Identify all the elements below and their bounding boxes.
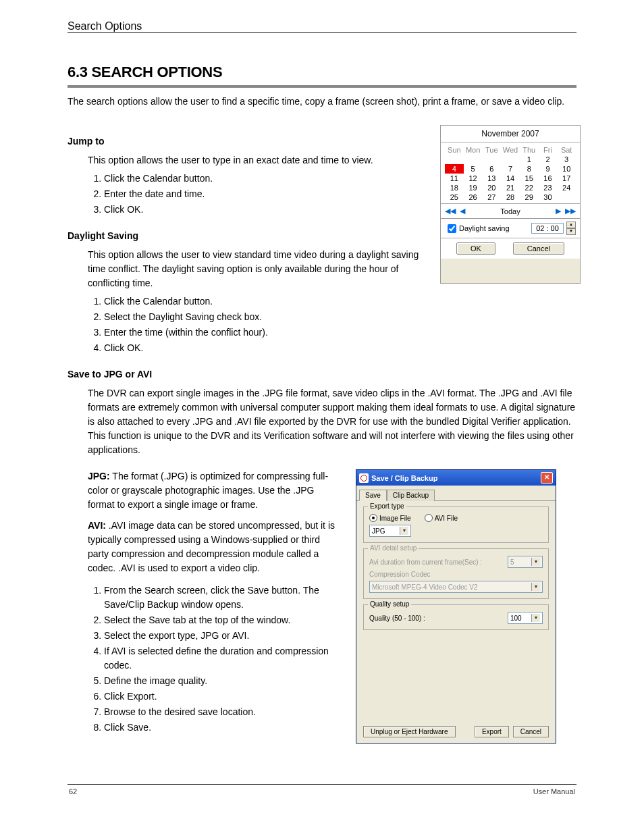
- quality-fieldset: Quality setup Quality (50 - 100) : 100 ▼: [363, 604, 549, 630]
- calendar-day[interactable]: 1: [520, 155, 539, 164]
- codec-value: Microsoft MPEG-4 Video Codec V2: [372, 583, 478, 591]
- chevron-down-icon: ▼: [531, 558, 540, 566]
- save-body: The DVR can export single images in the …: [88, 386, 576, 457]
- next-month-icon[interactable]: ▶: [556, 207, 561, 215]
- calendar-day[interactable]: 21: [501, 183, 520, 192]
- dialog-title: Save / Clip Backup: [371, 474, 437, 482]
- calendar-day[interactable]: 27: [482, 192, 501, 202]
- calendar-day[interactable]: 17: [557, 174, 576, 183]
- footer-text: User Manual: [533, 787, 575, 796]
- tab-clip-backup[interactable]: Clip Backup: [387, 490, 435, 501]
- image-file-label: Image File: [379, 515, 411, 522]
- daylight-body: This option allows the user to view stan…: [88, 248, 427, 290]
- avi-label: AVI:: [88, 520, 106, 531]
- calendar-day[interactable]: 22: [520, 183, 539, 192]
- calendar-day[interactable]: 15: [520, 174, 539, 183]
- time-up-icon[interactable]: ▲: [566, 221, 576, 228]
- calendar-nav: ◀◀ ◀ Today ▶ ▶▶: [441, 204, 580, 219]
- calendar-day[interactable]: 24: [557, 183, 576, 192]
- export-type-legend: Export type: [368, 502, 406, 510]
- calendar-day[interactable]: 20: [482, 183, 501, 192]
- calendar-day[interactable]: 14: [501, 174, 520, 183]
- avi-desc: .AVI image data can be stored uncompress…: [88, 520, 335, 573]
- calendar-day[interactable]: 5: [464, 164, 483, 174]
- day-header: Sat: [557, 145, 576, 155]
- step: Enter the time (within the conflict hour…: [104, 325, 576, 340]
- calendar-day[interactable]: 23: [539, 183, 558, 192]
- quality-legend: Quality setup: [368, 600, 411, 608]
- calendar-day[interactable]: 8: [520, 164, 539, 174]
- avi-file-radio[interactable]: AVI File: [425, 514, 458, 522]
- calendar-day[interactable]: 26: [464, 192, 483, 202]
- calendar-day[interactable]: 13: [482, 174, 501, 183]
- quality-label: Quality (50 - 100) :: [369, 615, 425, 622]
- next-year-icon[interactable]: ▶▶: [565, 207, 576, 215]
- quality-value: 100: [510, 615, 522, 622]
- close-icon[interactable]: ✕: [541, 472, 553, 484]
- calendar-day[interactable]: 25: [445, 192, 464, 202]
- jump-to-heading: Jump to: [68, 136, 427, 147]
- calendar-day[interactable]: [464, 155, 483, 164]
- prev-year-icon[interactable]: ◀◀: [445, 207, 456, 215]
- section-rule: [68, 85, 576, 88]
- day-header: Thu: [520, 145, 539, 155]
- calendar-day[interactable]: 30: [539, 192, 558, 202]
- today-button[interactable]: Today: [500, 207, 520, 215]
- calendar-day[interactable]: [557, 192, 576, 202]
- jump-to-body: This option allows the user to type in a…: [88, 153, 427, 167]
- unplug-eject-button[interactable]: Unplug or Eject Hardware: [363, 726, 456, 737]
- calendar-day[interactable]: 28: [501, 192, 520, 202]
- step: Enter the date and time.: [104, 187, 427, 201]
- calendar-day[interactable]: 16: [539, 174, 558, 183]
- calendar-day[interactable]: 12: [464, 174, 483, 183]
- calendar-day[interactable]: 10: [557, 164, 576, 174]
- daylight-saving-checkbox[interactable]: [448, 224, 456, 233]
- intro-text: The search options allow the user to fin…: [68, 95, 576, 109]
- calendar-day[interactable]: 3: [557, 155, 576, 164]
- format-select[interactable]: JPG ▼: [369, 525, 411, 537]
- step: Select the Save tab at the top of the wi…: [104, 613, 342, 627]
- export-steps: From the Search screen, click the Save b…: [104, 583, 342, 735]
- calendar-day[interactable]: [482, 155, 501, 164]
- jump-to-steps: Click the Calendar button. Enter the dat…: [104, 172, 427, 217]
- calendar-day[interactable]: 29: [520, 192, 539, 202]
- image-file-radio[interactable]: Image File: [369, 514, 411, 522]
- tab-save[interactable]: Save: [359, 490, 387, 501]
- avi-detail-legend: AVI detail setup: [368, 544, 419, 552]
- export-type-fieldset: Export type Image File AVI File: [363, 506, 549, 543]
- avi-file-label: AVI File: [435, 515, 458, 522]
- step: Click the Calendar button.: [104, 294, 576, 309]
- page-footer: 62 User Manual: [68, 784, 576, 796]
- day-header: Tue: [482, 145, 501, 155]
- dialog-titlebar: Save / Clip Backup ✕: [356, 470, 556, 486]
- ok-button[interactable]: OK: [456, 242, 495, 255]
- calendar-day[interactable]: 6: [482, 164, 501, 174]
- prev-month-icon[interactable]: ◀: [460, 207, 465, 215]
- day-header: Sun: [445, 145, 464, 155]
- step: Click OK.: [104, 341, 576, 355]
- calendar-day[interactable]: 2: [539, 155, 558, 164]
- time-down-icon[interactable]: ▼: [566, 228, 576, 235]
- calendar-day[interactable]: 4: [445, 164, 464, 174]
- time-input[interactable]: [531, 223, 564, 234]
- calendar-title: November 2007: [441, 126, 580, 142]
- section-title: 6.3 SEARCH OPTIONS: [68, 63, 576, 81]
- cancel-button[interactable]: Cancel: [513, 242, 564, 255]
- day-header: Wed: [501, 145, 520, 155]
- page-header: Search Options: [68, 20, 576, 33]
- calendar-day[interactable]: [501, 155, 520, 164]
- calendar-grid: Sun Mon Tue Wed Thu Fri Sat 123456789101…: [441, 142, 580, 204]
- calendar-day[interactable]: 19: [464, 183, 483, 192]
- calendar-day[interactable]: 18: [445, 183, 464, 192]
- daylight-saving-label: Daylight saving: [459, 224, 510, 232]
- calendar-day[interactable]: 9: [539, 164, 558, 174]
- step: From the Search screen, click the Save b…: [104, 583, 342, 612]
- calendar-day[interactable]: [445, 155, 464, 164]
- export-button[interactable]: Export: [475, 726, 509, 737]
- quality-select[interactable]: 100 ▼: [508, 612, 543, 624]
- app-icon: [359, 473, 369, 483]
- calendar-day[interactable]: 11: [445, 174, 464, 183]
- calendar-day[interactable]: 7: [501, 164, 520, 174]
- save-heading: Save to JPG or AVI: [68, 369, 576, 380]
- cancel-button[interactable]: Cancel: [513, 726, 549, 737]
